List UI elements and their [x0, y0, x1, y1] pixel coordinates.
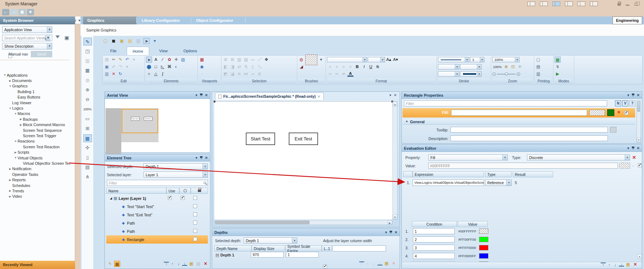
condition-input[interactable]: 4 — [413, 253, 455, 259]
pin-icon[interactable] — [632, 93, 634, 97]
scrollbar-thumb[interactable] — [637, 101, 640, 112]
value-input[interactable]: #00FFFFFF — [428, 163, 618, 169]
sidebar-tree-item[interactable]: Virtual Objectfor Screen Test — [0, 160, 70, 166]
lock-checkbox[interactable] — [193, 196, 197, 200]
tree-expander-icon[interactable]: ▼ — [14, 112, 18, 115]
drawing-canvas[interactable]: Start TestExit Test — [214, 101, 392, 220]
property-combo[interactable]: Fill▾ — [428, 154, 508, 160]
zoom-out-icon[interactable]: − — [492, 72, 496, 76]
chevron-down-icon[interactable]: ▾ — [455, 64, 459, 69]
chevron-down-icon[interactable]: ▾ — [480, 57, 484, 62]
move-to-top-icon[interactable]: ↑ — [164, 262, 169, 266]
tree-expander-icon[interactable]: ▶ — [8, 79, 12, 82]
fill-pattern-swatch[interactable] — [589, 110, 605, 116]
zoom-out-icon[interactable]: ⊖ — [83, 96, 92, 104]
save-filter-icon[interactable]: ▣ — [64, 35, 70, 41]
element-row[interactable]: ◆Path — [106, 219, 208, 227]
crop-tool-icon[interactable]: ▭ — [83, 115, 92, 123]
save-icon[interactable]: ▥ — [135, 38, 141, 44]
view-mode-button-n[interactable]: N — [615, 100, 621, 106]
chevron-down-icon[interactable]: ▾ — [203, 172, 208, 177]
depths-column-header[interactable]: L..1 — [322, 245, 332, 251]
tree-expander-icon[interactable]: ▶ — [8, 178, 12, 182]
cut-icon[interactable]: ✂ — [111, 57, 117, 63]
text-tool-icon[interactable]: A — [153, 57, 159, 63]
canvas-button-exit-test[interactable]: Exit Test — [289, 133, 318, 145]
use-checkbox[interactable] — [168, 196, 172, 200]
ribbon-tab-options[interactable]: Options — [178, 47, 203, 55]
test-run-icon[interactable]: ▶ — [555, 71, 561, 77]
condition-color-swatch[interactable] — [479, 237, 488, 242]
lock-checkbox[interactable] — [193, 229, 197, 233]
page-setup-icon[interactable]: ▢ — [535, 57, 541, 63]
collapse-icon[interactable]: ▾ — [196, 93, 197, 97]
print-preview-icon[interactable]: ▤ — [535, 64, 541, 70]
minimize-icon[interactable] — [626, 5, 629, 6]
expression-column-header[interactable]: Result — [513, 171, 553, 177]
value-pattern-swatch[interactable] — [619, 163, 630, 169]
chevron-down-icon[interactable]: ▾ — [455, 72, 459, 76]
chevron-down-icon[interactable]: ▾ — [502, 155, 507, 160]
layout-columns-icon[interactable] — [540, 1, 548, 6]
stroke-start-cap-combo[interactable]: ▾ — [438, 64, 459, 69]
zoom-fit-icon[interactable]: ⊡ — [510, 64, 516, 70]
visibility-column-header[interactable] — [179, 188, 191, 194]
depths-column-header[interactable]: Symbol Scale Factor — [285, 245, 322, 251]
lock-checkbox[interactable] — [193, 204, 197, 208]
refresh-icon[interactable]: ↻ — [117, 71, 123, 77]
tab-graphics[interactable]: Graphics — [83, 16, 137, 24]
sidebar-tree-item[interactable]: Operator Tasks — [0, 172, 70, 177]
zoom-in-icon[interactable]: + — [517, 72, 520, 76]
description-input[interactable] — [450, 135, 608, 141]
search-input[interactable]: Search Application View▼ — [2, 35, 52, 41]
view-mode-button-v[interactable]: V — [622, 100, 628, 106]
group-tool-icon[interactable]: ⌘ — [166, 64, 172, 70]
ribbon-tab-home[interactable]: Home — [127, 47, 149, 55]
move-to-bottom-icon[interactable]: ↓ — [619, 263, 624, 266]
canvas-button-start-test[interactable]: Start Test — [246, 133, 275, 145]
close-icon[interactable]: ✕ — [637, 146, 640, 150]
collapse-icon[interactable]: ▾ — [628, 93, 629, 97]
chevron-down-icon[interactable]: ▾ — [465, 57, 469, 62]
slider-thumb[interactable] — [505, 72, 508, 76]
pointer-icon[interactable]: ➤ — [143, 38, 150, 44]
viewport-grid-icon[interactable]: ⊞ — [83, 125, 92, 133]
print-icon[interactable]: ▥ — [535, 71, 541, 77]
history-button[interactable]: ▣ — [19, 9, 26, 15]
pen-tool-icon[interactable]: ✎ — [83, 38, 92, 45]
name-column-header[interactable]: Name — [106, 188, 166, 194]
pin-icon[interactable] — [200, 156, 203, 160]
aerial-viewport-rect[interactable]: Start TestExit Test — [122, 109, 158, 133]
new-graphic-icon[interactable]: ▢ — [102, 38, 108, 44]
condition-color-swatch[interactable] — [479, 245, 488, 250]
sidebar-tree-item[interactable]: ▼Macros — [0, 111, 70, 116]
move-icon[interactable]: ✥ — [263, 57, 269, 63]
depths-column-header[interactable]: Depth Name — [214, 245, 252, 251]
aerial-view-content[interactable]: Start TestExit Test — [105, 99, 210, 152]
delete-element-icon[interactable]: ✕ — [203, 261, 209, 267]
tree-expander-icon[interactable]: ▶ — [19, 123, 23, 126]
stroke-join-combo[interactable]: ▾ — [460, 71, 482, 77]
symbol-scale-input[interactable]: 1 — [286, 252, 319, 258]
sidebar-tree-item[interactable]: ▶Documents — [0, 78, 70, 83]
sidebar-tree-item[interactable]: ▶Reports — [0, 177, 70, 182]
properties-filter-input[interactable]: Filter — [404, 100, 607, 106]
condition-column-header[interactable]: Value — [458, 221, 488, 227]
move-down-icon[interactable]: ↓ — [176, 261, 181, 266]
move-up-icon[interactable]: ↑ — [170, 261, 175, 266]
shrink-font-icon[interactable]: A▾ — [392, 57, 399, 63]
add-depth-icon[interactable]: ▦ — [384, 260, 390, 266]
delete-condition-icon[interactable]: ✕ — [632, 261, 638, 268]
element-row[interactable]: ◆Text "Start Test" — [106, 202, 208, 211]
sidebar-tree-item[interactable]: ▼Graphics — [0, 83, 70, 89]
paste-special-icon[interactable]: ▥ — [104, 71, 110, 77]
layout-grid-icon[interactable] — [577, 1, 585, 6]
sidebar-tree-item[interactable]: Screen Test Trigger — [0, 133, 70, 138]
expression-input[interactable]: View.Logics.VirtualObjects.VirtualObject… — [413, 179, 484, 186]
undo-icon[interactable]: ↶ — [124, 57, 130, 63]
sidebar-tree-item[interactable]: Building 1 — [0, 89, 70, 94]
sidebar-tree-item[interactable]: ▼Applications — [0, 72, 70, 78]
sidebar-tree-item[interactable]: ▶Trends — [0, 188, 70, 193]
pin-icon[interactable] — [200, 93, 203, 97]
ribbon-tab-view[interactable]: View — [153, 47, 174, 55]
